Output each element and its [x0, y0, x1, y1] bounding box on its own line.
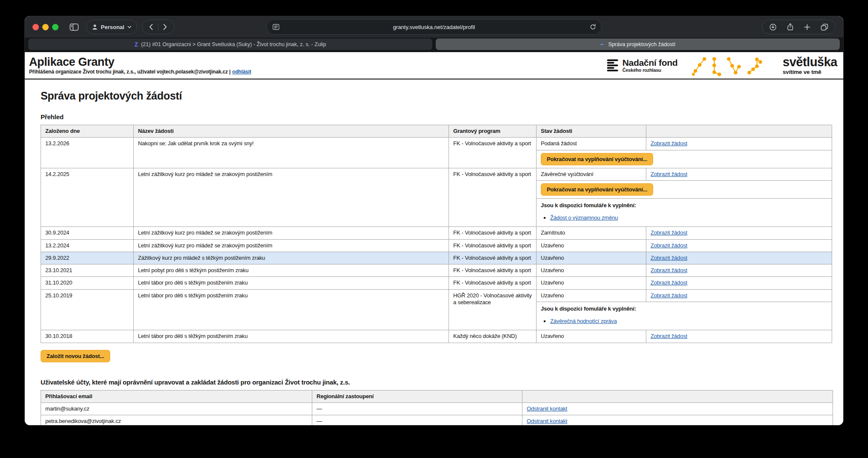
application-row: 13.2.2024 Letní zážitkový kurz pro mláde… [41, 239, 832, 252]
app-date: 23.10.2021 [41, 264, 134, 277]
application-row: 23.10.2021 Letní pobyt pro děti s těžkým… [41, 264, 832, 277]
app-name: Letní zážitkový kurz pro mládež se zrako… [134, 168, 449, 227]
app-name: Letní pobyt pro děti s těžkým postižením… [134, 264, 449, 277]
application-row: 25.10.2019 Letní tábor pro děti s těžkým… [41, 289, 832, 302]
profile-menu-button[interactable]: Personal [86, 20, 137, 34]
sidebar-toggle-button[interactable] [67, 21, 81, 33]
app-status: Uzavřeno [537, 239, 646, 252]
reload-icon [589, 23, 596, 30]
app-program: FK - Volnočasové aktivity a sport [449, 168, 537, 227]
overview-label: Přehled [41, 113, 843, 120]
view-request-link[interactable]: Zobrazit žádost [651, 333, 687, 339]
view-request-link[interactable]: Zobrazit žádost [651, 267, 687, 273]
main-content: Správa projektových žádostí Přehled Zalo… [25, 79, 843, 425]
application-row-highlighted: 29.9.2022 Zážitkový kurz pro mládež s tě… [41, 252, 832, 264]
app-program: FK - Volnočasové aktivity a sport [449, 138, 537, 168]
new-request-button[interactable]: Založit novou žádost... [41, 350, 110, 362]
application-row: 30.9.2024 Letní zážitkový kurz pro mláde… [41, 227, 832, 239]
plus-icon [804, 24, 810, 30]
users-header-row: Přihlašovací email Regionální zastoupení [41, 390, 833, 402]
chevron-left-icon [149, 23, 153, 30]
new-tab-button[interactable] [804, 24, 810, 30]
app-program: FK - Volnočasové aktivity a sport [449, 264, 537, 277]
app-date: 13.2.2026 [41, 138, 134, 168]
forms-available-label: Jsou k dispozici fomuláře k vyplnění: [541, 305, 827, 312]
tab-zulip[interactable]: Z (21) #01 Organizacni > Grant Svetluska… [28, 38, 432, 50]
col-user-actions [522, 390, 833, 402]
site-header: Aplikace Granty Přihlášená organizace Ži… [25, 52, 843, 79]
col-program: Grantový program [449, 125, 537, 138]
view-request-link[interactable]: Zobrazit žádost [651, 229, 687, 236]
view-request-link[interactable]: Zobrazit žádost [651, 140, 687, 147]
app-date: 30.9.2024 [41, 227, 134, 239]
view-request-link[interactable]: Zobrazit žádost [651, 242, 687, 249]
forms-available-label: Jsou k dispozici fomuláře k vyplnění: [541, 202, 827, 209]
user-row: martin@sukany.cz — Odstranit kontakt [41, 402, 833, 415]
tab-bar: Z (21) #01 Organizacni > Grant Svetluska… [25, 38, 843, 52]
user-row: petra.benedikova@zivotjinak.cz — Odstran… [41, 415, 833, 426]
chevron-right-icon [163, 23, 167, 30]
tab-granty[interactable]: Správa projektových žádostí [436, 38, 840, 50]
view-request-link[interactable]: Zobrazit žádost [651, 255, 687, 261]
logo-svetluska: světluška svítíme ve tmě [783, 56, 837, 75]
forward-button[interactable] [158, 20, 172, 34]
col-date: Založeno dne [41, 125, 134, 138]
minimize-window-button[interactable] [42, 24, 49, 30]
nadacni-fond-title: Nadační fond [622, 58, 677, 68]
users-heading: Uživatelské účty, které mají oprávnění u… [41, 379, 843, 386]
url-text: granty.svetluska.net/zadatel/profil [267, 24, 601, 30]
page-content: Aplikace Granty Přihlášená organizace Ži… [25, 52, 843, 425]
app-status: Uzavřeno [537, 277, 646, 289]
tab-overview-button[interactable] [821, 23, 828, 31]
app-date: 14.2.2025 [41, 168, 134, 227]
user-region: — [312, 415, 522, 426]
app-name: Zážitkový kurz pro mládež s těžkým posti… [134, 252, 449, 264]
close-window-button[interactable] [32, 24, 39, 30]
chevron-down-icon [127, 26, 132, 29]
app-status: Uzavřeno [537, 330, 646, 343]
remove-contact-link[interactable]: Odstranit kontakt [527, 418, 567, 424]
continue-billing-button[interactable]: Pokračovat na vyplňování vyúčtování... [541, 183, 653, 196]
app-status: Podaná žádost [537, 138, 646, 150]
traffic-lights [32, 24, 59, 30]
app-program: FK - Volnočasové aktivity a sport [449, 239, 537, 252]
app-name: Letní zážitkový kurz pro mládež se zrako… [134, 239, 449, 252]
app-status: Uzavřeno [537, 289, 646, 302]
page-title: Správa projektových žádostí [41, 90, 843, 102]
tab-zulip-label: (21) #01 Organizacni > Grant Svetluska (… [141, 41, 326, 47]
view-request-link[interactable]: Zobrazit žádost [651, 279, 687, 286]
browser-window: Personal [25, 16, 843, 425]
downloads-button[interactable] [769, 23, 777, 31]
toolbar-actions [762, 20, 836, 34]
tab-granty-label: Správa projektových žádostí [608, 41, 675, 47]
app-name: Letní zážitkový kurz pro mládež se zrako… [134, 227, 449, 239]
profile-label: Personal [101, 24, 124, 30]
nadacni-fond-subtitle: Českého rozhlasu [622, 68, 677, 73]
logout-link[interactable]: odhlásit [232, 69, 251, 75]
applications-header-row: Založeno dne Název žádosti Grantový prog… [41, 125, 832, 138]
app-date: 13.2.2024 [41, 239, 134, 252]
fullscreen-window-button[interactable] [52, 24, 59, 30]
svetluska-subtitle: svítíme ve tmě [783, 69, 837, 75]
app-name: Nakopni se: Jak udělat prvník krok za sv… [134, 138, 449, 168]
view-request-link[interactable]: Zobrazit žádost [651, 171, 687, 177]
back-button[interactable] [144, 20, 158, 34]
page-settings-icon[interactable] [273, 24, 279, 30]
col-email: Přihlašovací email [41, 390, 312, 402]
continue-billing-button[interactable]: Pokračovat na vyplňování vyúčtování... [541, 153, 653, 165]
application-row: 14.2.2025 Letní zážitkový kurz pro mláde… [41, 168, 832, 180]
form-link[interactable]: Závěrečná hodnotící zpráva [550, 318, 617, 324]
app-name: Letní tábor pro děti s těžkým postižením… [134, 330, 449, 343]
remove-contact-link[interactable]: Odstranit kontakt [527, 405, 567, 412]
app-status: Zamítnuto [537, 227, 646, 239]
share-button[interactable] [787, 23, 794, 31]
col-region: Regionální zastoupení [312, 390, 522, 402]
url-field[interactable]: granty.svetluska.net/zadatel/profil [267, 19, 601, 35]
view-request-link[interactable]: Zobrazit žádost [651, 292, 687, 299]
form-link[interactable]: Žádost o významnou změnu [550, 214, 618, 221]
svetluska-constellation-icon [692, 54, 768, 77]
logo-nadacni-fond: Nadační fond Českého rozhlasu [607, 58, 677, 73]
reload-button[interactable] [589, 23, 596, 30]
app-program: FK - Volnočasové aktivity a sport [449, 277, 537, 289]
header-logos: Nadační fond Českého rozhlasu [607, 54, 837, 77]
